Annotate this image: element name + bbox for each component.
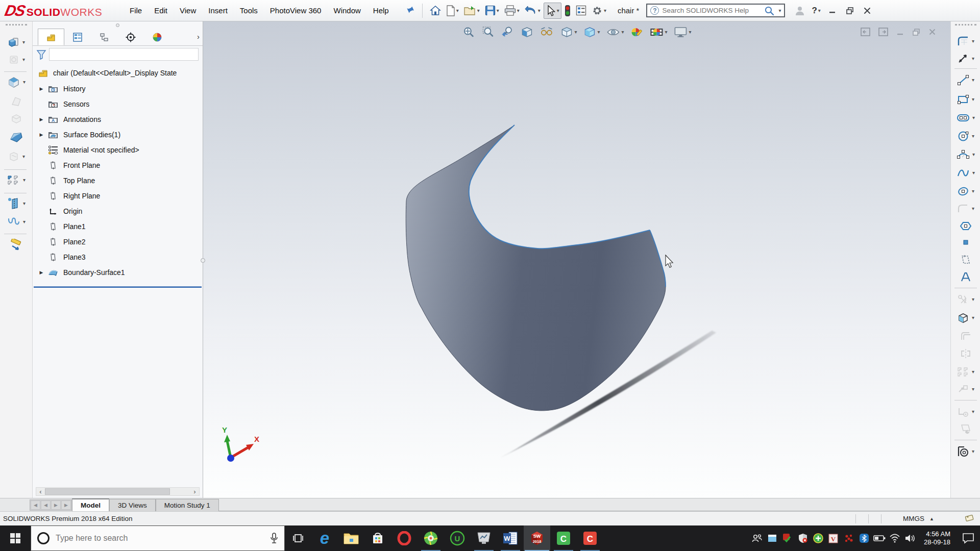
tray-molecule-icon[interactable] xyxy=(841,525,856,551)
menu-insert[interactable]: Insert xyxy=(203,3,233,18)
taskbar-search-input[interactable] xyxy=(56,534,264,543)
pattern-button[interactable]: ▾ xyxy=(2,172,31,188)
print-caret[interactable]: ▾ xyxy=(517,8,520,13)
home-button[interactable] xyxy=(428,3,443,19)
panel-collapse-handle[interactable] xyxy=(33,21,203,29)
filter-input[interactable] xyxy=(49,48,199,61)
revolved-surface-button[interactable]: ▾ xyxy=(2,52,31,67)
display-relations-button[interactable]: ▾ xyxy=(951,404,980,419)
curves-button[interactable]: ▾ xyxy=(2,214,31,230)
extruded-surface-button[interactable]: ▾ xyxy=(2,35,31,50)
linear-pattern-caret[interactable]: ▾ xyxy=(972,369,974,374)
expand-arrow-icon[interactable]: ▶ xyxy=(36,86,47,91)
unit-system-selector[interactable]: MMGS xyxy=(903,515,924,522)
repair-sketch-button[interactable] xyxy=(951,421,980,437)
rectangle-tool-caret[interactable]: ▾ xyxy=(972,97,974,102)
doc-close-icon[interactable] xyxy=(928,28,936,38)
taskbar-opera-icon[interactable] xyxy=(391,525,418,551)
zoom-to-fit-icon[interactable] xyxy=(460,23,477,41)
spline-tool-button[interactable]: ▾ xyxy=(951,165,980,181)
tab-next-button[interactable]: ▶ xyxy=(51,500,61,510)
quick-snaps-button[interactable]: ▾ xyxy=(951,444,980,459)
tree-item-annotations[interactable]: ▶ A Annotations xyxy=(33,112,203,127)
hide-annotations-icon[interactable] xyxy=(537,23,556,41)
circle-tool-caret[interactable]: ▾ xyxy=(972,134,974,139)
search-icon[interactable] xyxy=(764,6,774,16)
tab-last-button[interactable]: ▶ xyxy=(61,500,71,510)
bluetooth-icon[interactable] xyxy=(856,525,872,551)
microphone-icon[interactable] xyxy=(270,533,278,544)
help-menu-caret[interactable]: ▾ xyxy=(818,8,821,13)
taskbar-solidworks-icon[interactable]: SW2018 xyxy=(524,525,550,551)
tree-item-history[interactable]: ▶ History xyxy=(33,81,203,96)
taskbar-file-explorer-icon[interactable] xyxy=(338,525,364,551)
options-list-icon[interactable] xyxy=(574,3,589,19)
view-settings-icon[interactable]: ▾ xyxy=(672,23,694,41)
doc-minimize-icon[interactable] xyxy=(896,28,904,38)
smart-dimension-caret[interactable]: ▾ xyxy=(972,56,974,61)
spline-tool-caret[interactable]: ▾ xyxy=(972,170,975,176)
polygon-tool-button[interactable] xyxy=(951,218,980,234)
sketch-caret[interactable]: ▾ xyxy=(972,39,974,44)
hide-show-items-caret[interactable]: ▾ xyxy=(621,30,624,35)
filled-surface-button[interactable] xyxy=(2,94,31,109)
tab-3d-views[interactable]: 3D Views xyxy=(109,499,156,511)
scrollbar-thumb[interactable] xyxy=(45,488,170,495)
display-relations-caret[interactable]: ▾ xyxy=(972,409,974,414)
options-gear-button[interactable]: ▾ xyxy=(590,3,608,19)
menu-help[interactable]: Help xyxy=(368,3,395,18)
taskbar-media-app-icon[interactable] xyxy=(471,525,497,551)
tree-item-sensors[interactable]: Sensors xyxy=(33,96,203,112)
tree-item-boundary-surface[interactable]: ▶ Boundary-Surface1 xyxy=(33,265,203,280)
revolved-surface-caret[interactable]: ▾ xyxy=(22,57,25,62)
linear-pattern-button[interactable]: ▾ xyxy=(951,364,980,380)
toolbar-drag-handle[interactable] xyxy=(955,24,976,26)
taskbar-word-icon[interactable]: W xyxy=(497,525,524,551)
taskbar-disc-app-icon[interactable] xyxy=(418,525,444,551)
slot-tool-caret[interactable]: ▾ xyxy=(972,115,975,120)
tree-horizontal-scrollbar[interactable]: ‹ › xyxy=(36,487,200,496)
login-user-icon[interactable] xyxy=(792,4,807,18)
quick-snaps-caret[interactable]: ▾ xyxy=(972,449,974,454)
pane-right-icon[interactable] xyxy=(878,28,888,38)
help-menu-button[interactable]: ? ▾ xyxy=(810,4,822,18)
select-tool-caret[interactable]: ▾ xyxy=(557,8,559,13)
help-search-input[interactable] xyxy=(662,7,761,14)
tray-app-window-icon[interactable] xyxy=(765,525,780,551)
apply-scene-caret[interactable]: ▾ xyxy=(665,30,668,35)
panel-overflow-chevron[interactable]: › xyxy=(197,32,200,41)
tree-root-part[interactable]: chair (Default<<Default>_Display State xyxy=(33,65,203,81)
convert-entities-button[interactable]: ▾ xyxy=(951,310,980,325)
open-caret[interactable]: ▾ xyxy=(477,8,480,13)
sketch-fillet-button[interactable]: ▾ xyxy=(951,201,980,216)
tab-configurationmanager[interactable] xyxy=(91,29,117,45)
tray-v-app-icon[interactable]: V xyxy=(826,525,841,551)
tree-item-plane3[interactable]: Plane3 xyxy=(33,249,203,265)
tab-featuremanager[interactable] xyxy=(38,29,64,45)
menu-view[interactable]: View xyxy=(174,3,202,18)
battery-icon[interactable] xyxy=(872,525,887,551)
search-options-caret[interactable]: ▾ xyxy=(778,8,781,13)
close-button[interactable] xyxy=(860,4,875,18)
previous-view-icon[interactable] xyxy=(499,23,516,41)
line-tool-button[interactable]: ▾ xyxy=(951,72,980,88)
knit-surface-caret[interactable]: ▾ xyxy=(22,154,25,159)
slot-tool-button[interactable]: ▾ xyxy=(951,110,980,126)
menu-file[interactable]: File xyxy=(124,3,148,18)
pin-menu-icon[interactable] xyxy=(404,6,417,16)
trim-entities-caret[interactable]: ▾ xyxy=(972,297,974,302)
new-document-caret[interactable]: ▾ xyxy=(456,8,459,13)
apply-scene-icon[interactable]: ▾ xyxy=(648,23,670,41)
expand-arrow-icon[interactable]: ▶ xyxy=(36,132,47,137)
reference-geometry-button[interactable]: ▾ xyxy=(2,196,31,211)
edit-appearance-icon[interactable] xyxy=(628,23,646,41)
knit-surface-button[interactable]: ▾ xyxy=(2,149,31,164)
open-button[interactable]: ▾ xyxy=(462,3,482,19)
point-tool-button[interactable] xyxy=(951,235,980,250)
panel-splitter-handle[interactable] xyxy=(201,258,205,263)
menu-tools[interactable]: Tools xyxy=(234,3,263,18)
swept-surface-caret[interactable]: ▾ xyxy=(23,80,26,85)
section-view-icon[interactable] xyxy=(518,23,535,41)
circle-tool-button[interactable]: ▾ xyxy=(951,129,980,144)
task-view-button[interactable] xyxy=(285,525,311,551)
